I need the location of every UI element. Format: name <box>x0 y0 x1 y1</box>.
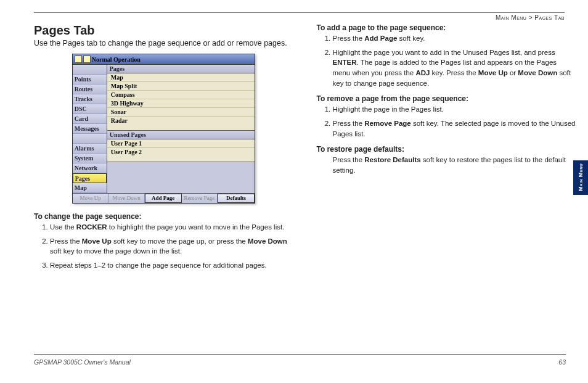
unused-list-header: Unused Pages <box>107 131 255 139</box>
sidebar-item[interactable]: Points <box>73 75 107 84</box>
sidebar-item[interactable]: Card <box>73 114 107 124</box>
sidebar-item[interactable]: Tracks <box>73 94 107 104</box>
softkey-remove-page: Remove Page <box>182 194 218 203</box>
softkey-move-up: Move Up <box>73 194 109 203</box>
right-column: To add a page to the page sequence: Pres… <box>317 23 576 276</box>
remove-heading: To remove a page from the page sequence: <box>317 94 576 103</box>
list-item: Highlight the page you want to add in th… <box>333 47 576 89</box>
device-screenshot: Normal Operation PointsRoutesTracksDSCCa… <box>72 54 255 204</box>
softkey-move-down: Move Down <box>108 194 145 203</box>
footer-rule <box>34 354 566 355</box>
breadcrumb-page: Pages Tab <box>534 14 565 21</box>
change-steps: Use the ROCKER to highlight the page you… <box>34 222 293 271</box>
list-row[interactable]: Compass <box>107 91 255 99</box>
sidebar-item[interactable]: Routes <box>73 84 107 94</box>
sidebar-item[interactable]: Map <box>73 183 107 193</box>
change-heading: To change the page sequence: <box>34 212 293 221</box>
sidebar-item[interactable]: System <box>73 154 107 163</box>
softkey-bar: Move UpMove DownAdd PageRemove PageDefau… <box>73 193 255 203</box>
window-icon <box>83 56 91 63</box>
footer-page-number: 63 <box>558 358 566 366</box>
list-row[interactable]: Radar <box>107 117 255 125</box>
window-icon <box>75 56 82 63</box>
list-item: Press the Remove Page soft key. The sele… <box>333 118 576 139</box>
restore-body: Press the Restore Defaults soft key to r… <box>333 155 576 175</box>
list-row[interactable]: User Page 2 <box>107 148 255 156</box>
add-steps: Press the Add Page soft key. Highlight t… <box>317 33 576 88</box>
sidebar-item[interactable]: DSC <box>73 104 107 114</box>
figure-sidebar: PointsRoutesTracksDSCCardMessages Alarms… <box>73 65 107 193</box>
page-title: Pages Tab <box>34 23 293 38</box>
sidebar-item[interactable]: Network <box>73 163 107 173</box>
section-tab: Main Menu <box>573 160 588 195</box>
list-item: Press the Move Up soft key to move the p… <box>50 236 293 257</box>
sidebar-item[interactable]: Alarms <box>73 144 107 154</box>
list-row[interactable]: User Page 1 <box>107 139 255 148</box>
list-row[interactable]: Map <box>107 73 255 82</box>
list-item: Repeat steps 1–2 to change the page sequ… <box>50 260 293 271</box>
restore-heading: To restore page defaults: <box>317 145 576 154</box>
pages-list: MapMap SplitCompass3D HighwaySonarRadar <box>107 73 255 131</box>
unused-pages-list: User Page 1User Page 2 <box>107 139 255 162</box>
window-titlebar: Normal Operation <box>73 54 255 65</box>
sidebar-item[interactable] <box>73 65 107 75</box>
footer-manual-title: GPSMAP 3005C Owner's Manual <box>34 358 131 366</box>
left-column: Pages Tab Use the Pages tab to change th… <box>34 23 293 276</box>
list-row[interactable]: Map Split <box>107 82 255 91</box>
sidebar-item[interactable] <box>73 134 107 144</box>
softkey-defaults[interactable]: Defaults <box>218 194 255 203</box>
header-rule <box>34 12 565 13</box>
window-title: Normal Operation <box>92 56 141 63</box>
list-item: Highlight the page in the Pages list. <box>333 104 576 115</box>
list-item: Use the ROCKER to highlight the page you… <box>50 222 293 233</box>
breadcrumb: Main Menu > Pages Tab <box>34 14 565 21</box>
list-row[interactable]: 3D Highway <box>107 99 255 108</box>
remove-steps: Highlight the page in the Pages list. Pr… <box>317 104 576 139</box>
intro-text: Use the Pages tab to change the page seq… <box>34 39 293 47</box>
softkey-add-page[interactable]: Add Page <box>145 194 182 203</box>
figure-mainpane: Pages MapMap SplitCompass3D HighwaySonar… <box>107 65 255 193</box>
list-row[interactable]: Sonar <box>107 108 255 117</box>
pages-list-header: Pages <box>107 65 255 73</box>
sidebar-item[interactable]: Messages <box>73 124 107 134</box>
list-item: Press the Add Page soft key. <box>333 33 576 44</box>
sidebar-item[interactable]: Pages <box>73 173 107 183</box>
add-heading: To add a page to the page sequence: <box>317 23 576 32</box>
breadcrumb-section: Main Menu <box>496 14 526 21</box>
